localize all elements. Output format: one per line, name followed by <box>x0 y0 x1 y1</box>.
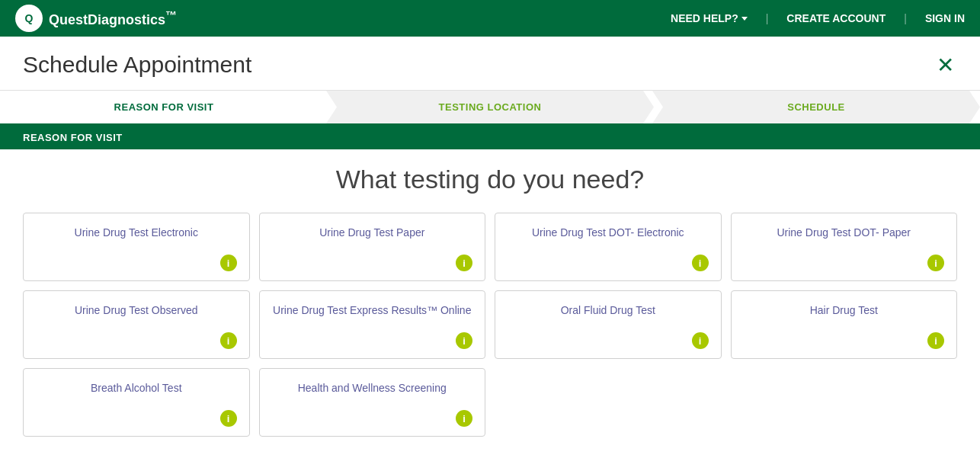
chevron-down-icon <box>741 17 748 21</box>
info-icon-urine-drug-test-dot-electronic[interactable]: i <box>692 255 709 271</box>
site-logo: Q QuestDiagnostics™ <box>15 5 177 32</box>
main-content: What testing do you need? Urine Drug Tes… <box>0 149 980 444</box>
nav-divider2: | <box>904 12 907 24</box>
site-header: Q QuestDiagnostics™ NEED HELP? | CREATE … <box>0 0 980 37</box>
info-icon-urine-drug-test-dot-paper[interactable]: i <box>927 255 944 271</box>
card-breath-alcohol-test[interactable]: Breath Alcohol Testi <box>23 368 250 437</box>
info-icon-urine-drug-test-paper[interactable]: i <box>456 255 472 271</box>
card-oral-fluid-drug-test[interactable]: Oral Fluid Drug Testi <box>495 290 722 359</box>
card-hair-drug-test[interactable]: Hair Drug Testi <box>731 290 958 359</box>
logo-quest-text: QuestDiagnostics™ <box>49 8 177 28</box>
header-nav: NEED HELP? | CREATE ACCOUNT | SIGN IN <box>671 12 965 24</box>
step-testing-location[interactable]: TESTING LOCATION <box>326 91 654 123</box>
nav-divider: | <box>766 12 769 24</box>
need-help-button[interactable]: NEED HELP? <box>671 12 748 24</box>
info-icon-oral-fluid-drug-test[interactable]: i <box>692 332 709 349</box>
logo-icon: Q <box>15 5 43 32</box>
card-label-oral-fluid-drug-test: Oral Fluid Drug Test <box>508 303 709 319</box>
testing-options-grid: Urine Drug Test ElectroniciUrine Drug Te… <box>23 213 957 437</box>
section-bar: REASON FOR VISIT <box>0 126 980 149</box>
info-icon-health-wellness-screening[interactable]: i <box>456 410 472 427</box>
card-health-wellness-screening[interactable]: Health and Wellness Screeningi <box>259 368 486 437</box>
steps-nav: REASON FOR VISIT TESTING LOCATION SCHEDU… <box>0 91 980 126</box>
card-label-health-wellness-screening: Health and Wellness Screening <box>272 381 473 396</box>
card-urine-drug-test-paper[interactable]: Urine Drug Test Paperi <box>259 213 486 281</box>
card-urine-drug-test-observed[interactable]: Urine Drug Test Observedi <box>23 290 250 359</box>
card-urine-drug-test-dot-electronic[interactable]: Urine Drug Test DOT- Electronici <box>495 213 722 281</box>
info-icon-hair-drug-test[interactable]: i <box>927 332 944 349</box>
logo-tm: ™ <box>165 8 177 21</box>
sign-in-button[interactable]: SIGN IN <box>925 12 965 24</box>
page-container: Schedule Appointment ✕ REASON FOR VISIT … <box>0 37 980 458</box>
card-label-urine-drug-test-express: Urine Drug Test Express Results™ Online <box>272 303 473 319</box>
card-label-urine-drug-test-paper: Urine Drug Test Paper <box>272 226 473 241</box>
card-label-urine-drug-test-observed: Urine Drug Test Observed <box>36 303 237 319</box>
card-label-urine-drug-test-electronic: Urine Drug Test Electronic <box>36 226 237 241</box>
info-icon-urine-drug-test-electronic[interactable]: i <box>220 255 237 271</box>
card-label-breath-alcohol-test: Breath Alcohol Test <box>36 381 237 396</box>
page-header: Schedule Appointment ✕ <box>0 37 980 91</box>
card-urine-drug-test-express[interactable]: Urine Drug Test Express Results™ Onlinei <box>259 290 486 359</box>
page-title: Schedule Appointment <box>23 52 251 78</box>
info-icon-urine-drug-test-express[interactable]: i <box>456 332 472 349</box>
info-icon-urine-drug-test-observed[interactable]: i <box>220 332 237 349</box>
step-reason-for-visit[interactable]: REASON FOR VISIT <box>0 91 328 126</box>
info-icon-breath-alcohol-test[interactable]: i <box>220 410 237 427</box>
card-urine-drug-test-dot-paper[interactable]: Urine Drug Test DOT- Paperi <box>731 213 958 281</box>
step-schedule[interactable]: SCHEDULE <box>652 91 980 123</box>
create-account-button[interactable]: CREATE ACCOUNT <box>786 12 886 24</box>
card-label-urine-drug-test-dot-paper: Urine Drug Test DOT- Paper <box>744 226 945 241</box>
card-label-urine-drug-test-dot-electronic: Urine Drug Test DOT- Electronic <box>508 226 709 241</box>
card-urine-drug-test-electronic[interactable]: Urine Drug Test Electronici <box>23 213 250 281</box>
close-button[interactable]: ✕ <box>933 53 957 77</box>
main-question: What testing do you need? <box>23 165 957 194</box>
card-label-hair-drug-test: Hair Drug Test <box>744 303 945 319</box>
